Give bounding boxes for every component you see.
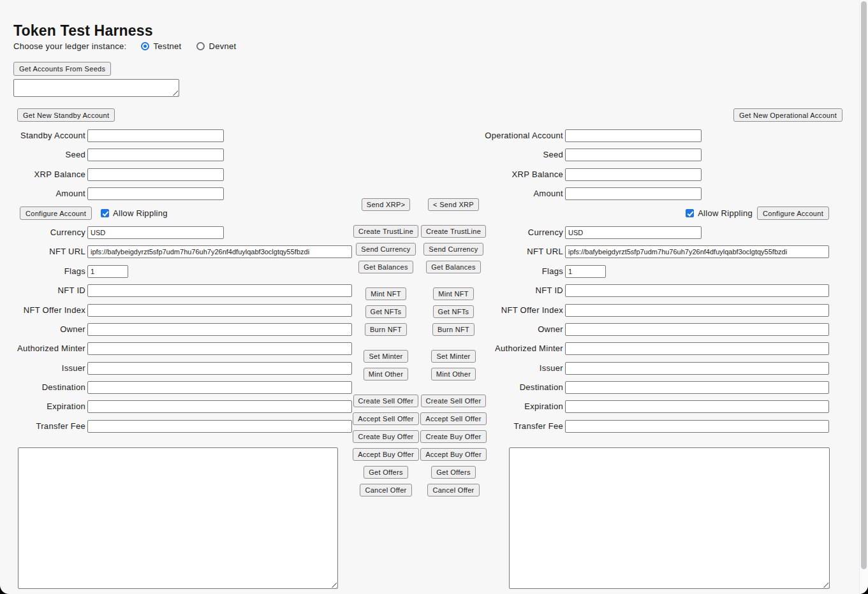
operational-allow-rippling-label: Allow Rippling bbox=[698, 208, 753, 218]
standby-currency-input[interactable] bbox=[87, 226, 224, 239]
operational-seed-input[interactable] bbox=[565, 148, 702, 161]
operational-mint-other-button[interactable]: Mint Other bbox=[431, 368, 476, 380]
ledger-option-devnet[interactable]: Devnet bbox=[196, 41, 237, 51]
standby-accept-sell-offer-button[interactable]: Accept Sell Offer bbox=[353, 412, 418, 425]
standby-mint-other-button[interactable]: Mint Other bbox=[364, 368, 408, 380]
standby-nft-url-input[interactable] bbox=[87, 245, 352, 258]
standby-set-minter-button[interactable]: Set Minter bbox=[364, 350, 408, 363]
standby-transfer-fee-input[interactable] bbox=[87, 420, 352, 433]
operational-get-nfts-button[interactable]: Get NFTs bbox=[433, 305, 474, 318]
standby-account-form: Standby Account Seed XRP Balance Amount … bbox=[13, 129, 365, 439]
operational-accept-sell-offer-button[interactable]: Accept Sell Offer bbox=[420, 412, 486, 425]
operational-nft-url-input[interactable] bbox=[565, 245, 829, 258]
form-row: Authorized Minter bbox=[472, 342, 829, 355]
ledger-option-testnet[interactable]: Testnet bbox=[141, 41, 182, 51]
standby-send-xrp-button[interactable]: Send XRP> bbox=[362, 198, 411, 211]
operational-get-balances-button[interactable]: Get Balances bbox=[426, 261, 481, 273]
form-row: Transfer Fee bbox=[13, 420, 365, 433]
operational-cancel-offer-button[interactable]: Cancel Offer bbox=[427, 484, 479, 496]
operational-results-textarea[interactable] bbox=[509, 447, 830, 589]
standby-burn-nft-button[interactable]: Burn NFT bbox=[365, 323, 407, 336]
operational-transfer-fee-input[interactable] bbox=[565, 420, 829, 433]
standby-xrp-balance-label: XRP Balance bbox=[13, 168, 87, 181]
operational-send-currency-button[interactable]: Send Currency bbox=[423, 243, 483, 256]
form-row: NFT Offer Index bbox=[472, 304, 829, 317]
standby-get-offers-button[interactable]: Get Offers bbox=[364, 466, 408, 479]
operational-nft-id-label: NFT ID bbox=[472, 284, 565, 297]
get-new-operational-account-button[interactable]: Get New Operational Account bbox=[733, 108, 842, 122]
standby-account-input[interactable] bbox=[87, 129, 224, 142]
standby-xrp-balance-input[interactable] bbox=[87, 168, 224, 181]
operational-configure-row: Allow Rippling Configure Account bbox=[472, 207, 829, 220]
operational-nft-id-input[interactable] bbox=[565, 284, 829, 297]
form-row: Transfer Fee bbox=[472, 420, 829, 433]
operational-expiration-input[interactable] bbox=[565, 400, 829, 413]
standby-create-sell-offer-button[interactable]: Create Sell Offer bbox=[353, 395, 419, 407]
operational-accept-buy-offer-button[interactable]: Accept Buy Offer bbox=[420, 448, 487, 461]
standby-get-nfts-button[interactable]: Get NFTs bbox=[365, 305, 407, 318]
form-row: Authorized Minter bbox=[13, 342, 365, 355]
operational-authorized-minter-input[interactable] bbox=[565, 342, 829, 355]
standby-amount-input[interactable] bbox=[87, 187, 224, 200]
form-row: Amount bbox=[472, 187, 829, 200]
operational-xrp-balance-input[interactable] bbox=[565, 168, 702, 181]
standby-send-currency-button[interactable]: Send Currency bbox=[356, 243, 415, 256]
standby-flags-input[interactable] bbox=[87, 265, 128, 278]
operational-set-minter-button[interactable]: Set Minter bbox=[431, 350, 475, 363]
seeds-textarea[interactable] bbox=[13, 79, 179, 97]
standby-owner-input[interactable] bbox=[87, 323, 352, 336]
form-row: Issuer bbox=[472, 362, 829, 375]
form-row: Expiration bbox=[472, 400, 829, 413]
form-row: XRP Balance bbox=[472, 168, 829, 181]
standby-results-textarea[interactable] bbox=[18, 447, 338, 589]
operational-create-buy-offer-button[interactable]: Create Buy Offer bbox=[420, 430, 486, 443]
form-row: Amount bbox=[13, 187, 365, 200]
standby-cancel-offer-button[interactable]: Cancel Offer bbox=[360, 484, 411, 496]
standby-destination-input[interactable] bbox=[87, 381, 352, 394]
operational-create-sell-offer-button[interactable]: Create Sell Offer bbox=[421, 395, 487, 407]
operational-account-form: Operational Account Seed XRP Balance Amo… bbox=[472, 129, 829, 439]
operational-create-trustline-button[interactable]: Create TrustLine bbox=[421, 225, 486, 238]
get-new-standby-account-button[interactable]: Get New Standby Account bbox=[17, 108, 115, 122]
standby-authorized-minter-label: Authorized Minter bbox=[13, 342, 87, 355]
operational-destination-input[interactable] bbox=[565, 381, 829, 394]
standby-seed-input[interactable] bbox=[87, 148, 224, 161]
operational-amount-input[interactable] bbox=[565, 187, 702, 200]
testnet-radio[interactable] bbox=[141, 42, 149, 50]
operational-send-xrp-button[interactable]: < Send XRP bbox=[428, 198, 479, 211]
operational-nft-offer-index-input[interactable] bbox=[565, 304, 829, 317]
standby-mint-nft-button[interactable]: Mint NFT bbox=[365, 287, 406, 300]
operational-configure-account-button[interactable]: Configure Account bbox=[757, 206, 829, 220]
operational-burn-nft-button[interactable]: Burn NFT bbox=[432, 323, 474, 336]
testnet-radio-label: Testnet bbox=[154, 41, 182, 51]
standby-configure-account-button[interactable]: Configure Account bbox=[20, 206, 92, 220]
vertical-scrollbar-thumb[interactable] bbox=[861, 1, 867, 569]
standby-configure-row: Configure Account Allow Rippling bbox=[13, 207, 365, 220]
standby-allow-rippling-checkbox[interactable] bbox=[101, 209, 109, 217]
devnet-radio-label: Devnet bbox=[209, 41, 237, 51]
operational-issuer-input[interactable] bbox=[565, 362, 829, 375]
form-row: NFT ID bbox=[472, 284, 829, 297]
standby-authorized-minter-input[interactable] bbox=[87, 342, 352, 355]
standby-nft-offer-index-input[interactable] bbox=[87, 304, 352, 317]
form-row: Currency bbox=[13, 226, 365, 239]
operational-owner-input[interactable] bbox=[565, 323, 829, 336]
operational-currency-input[interactable] bbox=[565, 226, 702, 239]
operational-account-input[interactable] bbox=[565, 129, 702, 142]
standby-accept-buy-offer-button[interactable]: Accept Buy Offer bbox=[353, 448, 419, 461]
standby-create-trustline-button[interactable]: Create TrustLine bbox=[353, 225, 418, 238]
standby-expiration-input[interactable] bbox=[87, 400, 352, 413]
operational-get-offers-button[interactable]: Get Offers bbox=[431, 466, 476, 479]
standby-nft-id-input[interactable] bbox=[87, 284, 352, 297]
standby-create-buy-offer-button[interactable]: Create Buy Offer bbox=[353, 430, 418, 443]
get-accounts-from-seeds-button[interactable]: Get Accounts From Seeds bbox=[13, 62, 111, 76]
operational-flags-input[interactable] bbox=[565, 265, 606, 278]
standby-issuer-input[interactable] bbox=[87, 362, 352, 375]
standby-get-balances-button[interactable]: Get Balances bbox=[358, 261, 413, 273]
standby-nft-url-label: NFT URL bbox=[13, 245, 87, 258]
devnet-radio[interactable] bbox=[196, 42, 205, 50]
operational-mint-nft-button[interactable]: Mint NFT bbox=[433, 287, 474, 300]
standby-issuer-label: Issuer bbox=[13, 362, 87, 375]
operational-nft-url-label: NFT URL bbox=[472, 245, 565, 258]
operational-allow-rippling-checkbox[interactable] bbox=[686, 209, 694, 217]
